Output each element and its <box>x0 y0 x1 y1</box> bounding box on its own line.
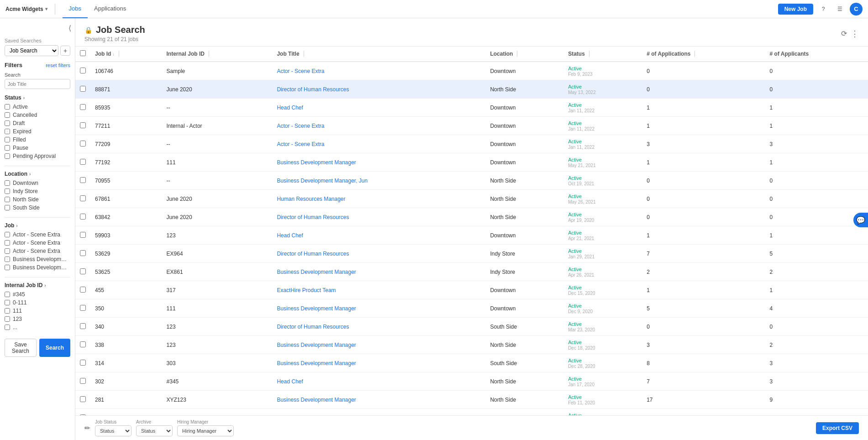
archive-select[interactable]: Status <box>136 425 173 436</box>
row-checkbox-17[interactable] <box>80 378 86 384</box>
col-status[interactable]: Status <box>563 47 642 62</box>
col-internal-job-id[interactable]: Internal Job ID <box>162 47 273 62</box>
internal-more-checkbox[interactable] <box>5 325 10 330</box>
table-row[interactable]: 77211 Internal - Actor Actor - Scene Ext… <box>75 117 868 135</box>
table-row[interactable]: 106746 Sample Actor - Scene Extra Downto… <box>75 62 868 80</box>
cell-job-title[interactable]: Director of Human Resources <box>272 409 485 416</box>
col-num-applications[interactable]: # of Applications <box>642 47 765 62</box>
cell-job-title[interactable]: Business Development Manager <box>272 354 485 372</box>
help-icon[interactable]: ? <box>817 3 830 16</box>
row-checkbox-4[interactable] <box>80 141 86 147</box>
internal-0-111-checkbox[interactable] <box>5 300 10 305</box>
table-row[interactable]: 67861 June 2020 Human Resources Manager … <box>75 190 868 208</box>
col-job-id[interactable]: Job Id ↓ <box>90 47 162 62</box>
table-row[interactable]: 59903 123 Head Chef Downtown Active Apr … <box>75 226 868 245</box>
col-location[interactable]: Location <box>485 47 563 62</box>
internal-123-checkbox[interactable] <box>5 316 10 322</box>
row-checkbox-11[interactable] <box>80 268 86 274</box>
collapse-sidebar-button[interactable]: ⟨ <box>68 24 71 32</box>
table-row[interactable]: 338 123 Business Development Manager Nor… <box>75 336 868 354</box>
cell-job-title[interactable]: Actor - Scene Extra <box>272 62 485 80</box>
status-active-checkbox[interactable] <box>5 104 10 110</box>
table-row[interactable]: 314 303 Business Development Manager Sou… <box>75 354 868 372</box>
save-search-button[interactable]: Save Search <box>5 339 37 357</box>
cell-job-title[interactable]: Business Development Manager <box>272 153 485 172</box>
reset-filters-link[interactable]: reset filters <box>46 63 70 68</box>
cell-job-title[interactable]: Director of Human Resources <box>272 245 485 263</box>
job-status-select[interactable]: Status <box>95 425 132 436</box>
table-row[interactable]: 455 317 ExactHire Product Team Downtown … <box>75 281 868 299</box>
row-checkbox-18[interactable] <box>80 396 86 402</box>
cell-job-title[interactable]: Director of Human Resources <box>272 80 485 99</box>
nav-link-applications[interactable]: Applications <box>88 0 132 18</box>
search-input[interactable] <box>5 79 70 89</box>
table-row[interactable]: 53629 EX964 Director of Human Resources … <box>75 245 868 263</box>
col-num-applicants[interactable]: # of Applicants <box>765 47 868 62</box>
user-avatar[interactable]: C <box>850 3 863 16</box>
cell-job-title[interactable]: Head Chef <box>272 226 485 245</box>
internal-job-id-filter-header[interactable]: Internal Job ID › <box>5 282 70 288</box>
table-row[interactable]: 88871 June 2020 Director of Human Resour… <box>75 80 868 99</box>
search-button[interactable]: Search <box>39 339 70 357</box>
menu-icon[interactable]: ☰ <box>833 3 846 16</box>
table-row[interactable]: 281 XYZ123 Business Development Manager … <box>75 391 868 409</box>
job-biz-dev-2-checkbox[interactable] <box>5 265 10 270</box>
more-options-icon[interactable]: ⋮ <box>851 29 859 39</box>
refresh-icon[interactable]: ⟳ <box>841 29 847 38</box>
cell-job-title[interactable]: Head Chef <box>272 99 485 117</box>
location-downtown-checkbox[interactable] <box>5 180 10 186</box>
row-checkbox-5[interactable] <box>80 159 86 165</box>
status-pending-checkbox[interactable] <box>5 153 10 159</box>
row-checkbox-1[interactable] <box>80 86 86 92</box>
row-checkbox-7[interactable] <box>80 195 86 201</box>
hiring-manager-select[interactable]: Hiring Manager <box>177 425 234 436</box>
row-checkbox-16[interactable] <box>80 360 86 366</box>
location-north-side-checkbox[interactable] <box>5 197 10 202</box>
table-row[interactable]: 77192 111 Business Development Manager D… <box>75 153 868 172</box>
cell-job-title[interactable]: Actor - Scene Extra <box>272 135 485 153</box>
row-checkbox-2[interactable] <box>80 104 86 110</box>
cell-job-title[interactable]: Business Development Manager <box>272 299 485 318</box>
row-checkbox-10[interactable] <box>80 250 86 256</box>
status-draft-checkbox[interactable] <box>5 120 10 126</box>
status-cancelled-checkbox[interactable] <box>5 112 10 118</box>
table-row[interactable]: 53625 EX861 Business Development Manager… <box>75 263 868 281</box>
table-row[interactable]: 70955 -- Business Development Manager, J… <box>75 172 868 190</box>
job-actor-1-checkbox[interactable] <box>5 232 10 237</box>
cell-job-title[interactable]: Business Development Manager <box>272 336 485 354</box>
table-row[interactable]: 63842 June 2020 Director of Human Resour… <box>75 208 868 226</box>
location-filter-header[interactable]: Location › <box>5 171 70 177</box>
cell-job-title[interactable]: Director of Human Resources <box>272 208 485 226</box>
export-csv-button[interactable]: Export CSV <box>816 422 859 434</box>
status-filter-header[interactable]: Status › <box>5 94 70 101</box>
new-job-button[interactable]: New Job <box>778 4 813 15</box>
cell-job-title[interactable]: Business Development Manager <box>272 263 485 281</box>
row-checkbox-8[interactable] <box>80 214 86 220</box>
row-checkbox-12[interactable] <box>80 287 86 293</box>
nav-link-jobs[interactable]: Jobs <box>63 0 88 18</box>
job-actor-2-checkbox[interactable] <box>5 240 10 246</box>
job-filter-header[interactable]: Job › <box>5 222 70 229</box>
table-row[interactable]: 350 111 Business Development Manager Dow… <box>75 299 868 318</box>
status-pause-checkbox[interactable] <box>5 145 10 151</box>
edit-icon[interactable]: ✏ <box>84 424 90 432</box>
cell-job-title[interactable]: Head Chef <box>272 372 485 391</box>
location-south-side-checkbox[interactable] <box>5 205 10 210</box>
status-expired-checkbox[interactable] <box>5 129 10 134</box>
cell-job-title[interactable]: Business Development Manager <box>272 391 485 409</box>
table-row[interactable]: 302 #345 Head Chef North Side Active Jan… <box>75 372 868 391</box>
cell-job-title[interactable]: Business Development Manager, Jun <box>272 172 485 190</box>
table-row[interactable]: 278 ABC123 Director of Human Resources N… <box>75 409 868 416</box>
table-row[interactable]: 85935 -- Head Chef Downtown Active Jan 1… <box>75 99 868 117</box>
cell-job-title[interactable]: Director of Human Resources <box>272 318 485 336</box>
status-filled-checkbox[interactable] <box>5 137 10 142</box>
internal-111-checkbox[interactable] <box>5 308 10 314</box>
job-actor-3-checkbox[interactable] <box>5 248 10 254</box>
table-row[interactable]: 340 123 Director of Human Resources Sout… <box>75 318 868 336</box>
chat-bubble-button[interactable]: 💬 <box>853 213 868 227</box>
col-job-title[interactable]: Job Title <box>272 47 485 62</box>
row-checkbox-3[interactable] <box>80 122 86 128</box>
cell-job-title[interactable]: Actor - Scene Extra <box>272 117 485 135</box>
row-checkbox-14[interactable] <box>80 323 86 329</box>
internal-345-checkbox[interactable] <box>5 292 10 297</box>
